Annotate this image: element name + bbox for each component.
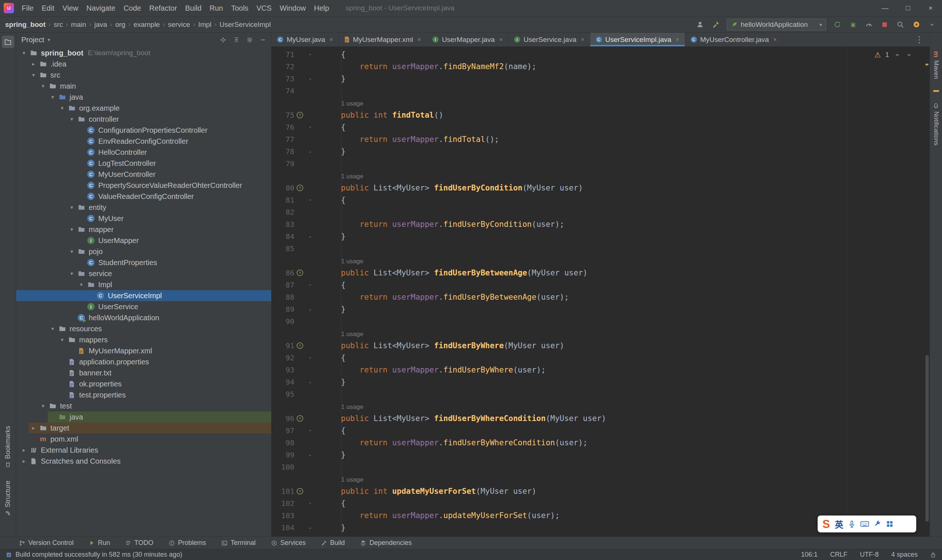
- usage-hint[interactable]: 1 usage: [341, 100, 364, 107]
- tree-item-myusercontroller[interactable]: CMyUserController: [16, 169, 271, 180]
- menu-refactor[interactable]: Refactor: [145, 4, 181, 12]
- tree-item-test[interactable]: ▾test: [16, 400, 271, 411]
- usage-hint[interactable]: 1 usage: [341, 403, 364, 410]
- gutter[interactable]: 90: [271, 315, 315, 327]
- menu-tools[interactable]: Tools: [227, 4, 253, 12]
- scrollbar-thumb[interactable]: [925, 355, 929, 522]
- close-tab-icon[interactable]: ×: [330, 36, 333, 43]
- tree-item-java[interactable]: ▾java: [16, 92, 271, 103]
- tree-item-target[interactable]: ▸target: [16, 423, 271, 434]
- fold-marker[interactable]: ▴: [305, 234, 315, 239]
- close-tab-icon[interactable]: ×: [418, 36, 421, 43]
- chevron-down-icon[interactable]: ▾: [48, 37, 50, 43]
- menu-navigate[interactable]: Navigate: [82, 4, 120, 12]
- breadcrumb-item-java[interactable]: java: [94, 21, 107, 29]
- gutter[interactable]: 72: [271, 60, 315, 72]
- gutter[interactable]: [271, 254, 315, 266]
- gutter[interactable]: 71▾: [271, 48, 315, 60]
- fold-marker[interactable]: ▾: [305, 125, 315, 130]
- tree-item-logtestcontroller[interactable]: CLogTestController: [16, 158, 271, 169]
- tool-button-bookmarks[interactable]: Bookmarks: [4, 426, 12, 467]
- fold-marker[interactable]: ▴: [305, 452, 315, 457]
- caret-position[interactable]: 106:1: [801, 551, 818, 558]
- ide-updates-icon[interactable]: [911, 20, 921, 29]
- tree-item-application-properties[interactable]: application.properties: [16, 356, 271, 367]
- gutter[interactable]: [271, 473, 315, 485]
- gutter[interactable]: 99▴: [271, 449, 315, 461]
- gutter[interactable]: 83: [271, 218, 315, 230]
- tab-userserviceimpl-java[interactable]: CUserServiceImpl.java×: [590, 33, 685, 46]
- line-separator[interactable]: CRLF: [830, 551, 848, 558]
- menu-window[interactable]: Window: [276, 4, 310, 12]
- tree-item-myuser[interactable]: CMyUser: [16, 213, 271, 224]
- tree-item-idea[interactable]: ▸.idea: [16, 58, 271, 69]
- tree-item-spring-boot[interactable]: ▾spring_bootE:\learn\spring_boot: [16, 48, 271, 58]
- toolwindow-button-terminal[interactable]: Terminal: [222, 539, 256, 547]
- tree-item-studentproperties[interactable]: CStudentProperties: [16, 257, 271, 268]
- tab-usermapper-java[interactable]: IUserMapper.java×: [427, 33, 509, 46]
- fold-marker[interactable]: ▾: [305, 428, 315, 433]
- gutter[interactable]: 94▴: [271, 376, 315, 388]
- editor[interactable]: 71▾ {72 return userMapper.findByNameMf2(…: [271, 47, 930, 537]
- tab-options-kebab-icon[interactable]: ⋮: [909, 33, 930, 46]
- toolwindow-button-services[interactable]: Services: [271, 539, 306, 547]
- override-method-icon[interactable]: ↑: [297, 185, 303, 191]
- chevron-down-icon[interactable]: ▾: [67, 226, 77, 233]
- tree-item-envreaderconfigcontroller[interactable]: CEnvReaderConfigController: [16, 136, 271, 147]
- override-method-icon[interactable]: ↑: [297, 488, 303, 495]
- menu-build[interactable]: Build: [181, 4, 205, 12]
- gutter[interactable]: 101↑: [271, 485, 315, 497]
- tree-item-main[interactable]: ▾main: [16, 80, 271, 92]
- chevron-down-icon[interactable]: ▾: [48, 325, 57, 332]
- tab-myusercontroller-java[interactable]: CMyUserController.java×: [685, 33, 783, 46]
- chevron-down-icon[interactable]: ▾: [57, 105, 67, 111]
- rerun-icon[interactable]: [833, 20, 842, 29]
- gutter[interactable]: 102▾: [271, 497, 315, 509]
- keyboard-icon[interactable]: [860, 521, 869, 527]
- fold-marker[interactable]: ▴: [305, 149, 315, 154]
- mic-icon[interactable]: [848, 520, 856, 528]
- breadcrumb-item-service[interactable]: service: [168, 21, 190, 29]
- gutter[interactable]: 103: [271, 509, 315, 522]
- tree-item-src[interactable]: ▾src: [16, 69, 271, 80]
- gutter[interactable]: 100: [271, 461, 315, 473]
- tree-item-impl[interactable]: ▾Impl: [16, 279, 271, 290]
- breadcrumb-item-spring-boot[interactable]: spring_boot: [5, 21, 46, 29]
- tree-item-helloworldapplication[interactable]: ChelloWorldApplication: [16, 312, 271, 323]
- gutter[interactable]: 76▾: [271, 121, 315, 133]
- tree-item-java[interactable]: java: [16, 411, 271, 423]
- gutter[interactable]: 78▴: [271, 145, 315, 157]
- tree-item-resources[interactable]: ▾resources: [16, 323, 271, 334]
- tree-item-controller[interactable]: ▾controller: [16, 114, 271, 125]
- tree-item-myusermapper-xml[interactable]: MyUserMapper.xml: [16, 345, 271, 356]
- breadcrumb-item-userserviceimpl[interactable]: UserServiceImpl: [220, 21, 271, 29]
- toolwindow-button-build[interactable]: Build: [321, 539, 345, 547]
- gutter[interactable]: 97▾: [271, 424, 315, 437]
- fold-marker[interactable]: ▴: [305, 525, 315, 530]
- hide-panel-icon[interactable]: [260, 37, 266, 43]
- stop-icon[interactable]: [880, 20, 890, 29]
- code-with-me-icon[interactable]: [695, 20, 705, 29]
- menu-edit[interactable]: Edit: [37, 4, 58, 12]
- gutter[interactable]: 95: [271, 388, 315, 400]
- gutter[interactable]: 105: [271, 534, 315, 537]
- toolbox-icon[interactable]: [874, 520, 881, 528]
- indent-style[interactable]: 4 spaces: [891, 551, 918, 558]
- gutter[interactable]: 93: [271, 364, 315, 376]
- search-everywhere-icon[interactable]: [896, 20, 905, 29]
- tool-button-maven[interactable]: m Maven: [932, 51, 940, 79]
- prev-warning-icon[interactable]: [893, 51, 901, 58]
- override-method-icon[interactable]: ↑: [297, 269, 303, 276]
- debug-icon[interactable]: [848, 20, 858, 29]
- tree-item-service[interactable]: ▾service: [16, 268, 271, 279]
- chevron-down-icon[interactable]: ▾: [38, 403, 48, 409]
- fold-marker[interactable]: ▴: [305, 380, 315, 385]
- file-encoding[interactable]: UTF-8: [860, 551, 879, 558]
- gutter[interactable]: 104▴: [271, 522, 315, 534]
- tool-button-project[interactable]: [2, 36, 14, 48]
- lock-icon[interactable]: [930, 552, 936, 558]
- close-icon[interactable]: ×: [919, 0, 942, 16]
- chevron-right-icon[interactable]: ▸: [29, 61, 38, 67]
- toolwindow-button-version-control[interactable]: Version Control: [19, 539, 74, 547]
- tree-item-userserviceimpl[interactable]: CUserServiceImpl: [16, 290, 271, 301]
